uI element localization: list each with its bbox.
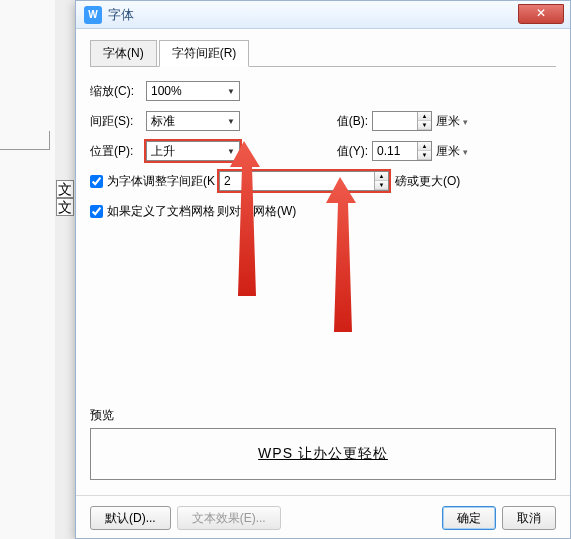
value-b-spinner[interactable]: ▲▼ (372, 111, 432, 131)
scale-combo[interactable]: 100% (146, 81, 240, 101)
unit-y[interactable]: 厘米 (436, 143, 468, 160)
snap-label: 如果定义了文档网格 (107, 203, 215, 220)
doc-selection: 文 文 (56, 180, 74, 216)
position-combo[interactable]: 上升 (146, 141, 240, 161)
cancel-button[interactable]: 取消 (502, 506, 556, 530)
spin-buttons[interactable]: ▲▼ (417, 142, 431, 160)
font-dialog: W 字体 ✕ 字体(N) 字符间距(R) 缩放(C): 100% 间距(S): … (75, 0, 571, 539)
window-title: 字体 (108, 6, 134, 24)
default-button[interactable]: 默认(D)... (90, 506, 171, 530)
kerning-checkbox[interactable] (90, 175, 103, 188)
snap-suffix: 则对齐网格(W) (217, 203, 296, 220)
kerning-spinner[interactable]: 2 ▲▼ (219, 171, 389, 191)
scale-label: 缩放(C): (90, 83, 146, 100)
value-y-spinner[interactable]: 0.11 ▲▼ (372, 141, 432, 161)
close-button[interactable]: ✕ (518, 4, 564, 24)
preview-label: 预览 (90, 407, 556, 424)
preview-box: WPS 让办公更轻松 (90, 428, 556, 480)
position-label: 位置(P): (90, 143, 146, 160)
value-y-label: 值(Y): (320, 143, 368, 160)
tab-char-spacing[interactable]: 字符间距(R) (159, 40, 250, 67)
titlebar: W 字体 ✕ (76, 1, 570, 29)
spin-buttons[interactable]: ▲▼ (374, 172, 388, 190)
spacing-label: 间距(S): (90, 113, 146, 130)
tab-font[interactable]: 字体(N) (90, 40, 157, 67)
spin-buttons[interactable]: ▲▼ (417, 112, 431, 130)
snap-checkbox[interactable] (90, 205, 103, 218)
unit-b[interactable]: 厘米 (436, 113, 468, 130)
spacing-combo[interactable]: 标准 (146, 111, 240, 131)
value-b-label: 值(B): (320, 113, 368, 130)
kerning-suffix: 磅或更大(O) (395, 173, 460, 190)
app-icon: W (84, 6, 102, 24)
tabs: 字体(N) 字符间距(R) (90, 39, 556, 67)
text-effect-button[interactable]: 文本效果(E)... (177, 506, 281, 530)
ok-button[interactable]: 确定 (442, 506, 496, 530)
kerning-label: 为字体调整字间距(K (107, 173, 215, 190)
